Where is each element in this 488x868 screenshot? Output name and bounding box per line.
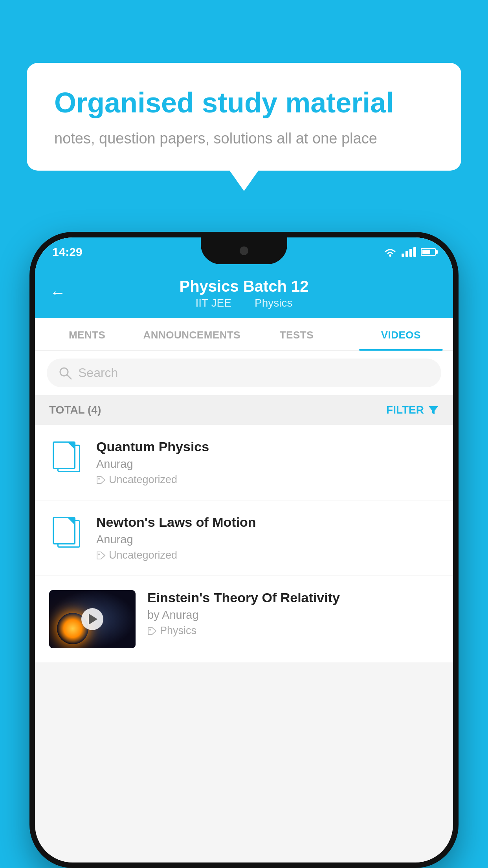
item-tag: Uncategorized (96, 549, 439, 561)
search-placeholder: Search (78, 366, 118, 380)
item-content: Newton's Laws of Motion Anurag Uncategor… (96, 515, 439, 561)
phone-screen: 14:29 (35, 237, 453, 862)
tag-icon (96, 476, 106, 484)
item-content: Einstein's Theory Of Relativity by Anura… (147, 590, 439, 637)
header-subtitle: IIT JEE Physics (190, 297, 298, 309)
phone-frame: 14:29 (29, 232, 459, 868)
filter-icon (428, 405, 439, 415)
header-tag1: IIT JEE (196, 297, 231, 309)
video-thumbnail (49, 590, 136, 648)
tab-announcements[interactable]: ANNOUNCEMENTS (139, 318, 244, 350)
status-time: 14:29 (52, 245, 83, 259)
tag-label: Uncategorized (109, 549, 177, 561)
file-icon-wrap (49, 441, 84, 473)
battery-icon (421, 248, 436, 256)
status-bar: 14:29 (35, 237, 453, 267)
play-triangle-icon (89, 614, 97, 625)
tag-icon (96, 551, 106, 560)
camera (240, 246, 248, 255)
svg-line-2 (67, 375, 71, 379)
svg-point-4 (98, 554, 100, 555)
item-author: Anurag (96, 533, 439, 546)
item-content: Quantum Physics Anurag Uncategorized (96, 439, 439, 486)
list-item[interactable]: Einstein's Theory Of Relativity by Anura… (35, 576, 453, 662)
search-icon (59, 366, 72, 380)
total-filter-bar: TOTAL (4) FILTER (35, 395, 453, 425)
tab-tests[interactable]: TESTS (244, 318, 349, 350)
list-item[interactable]: Quantum Physics Anurag Uncategorized (35, 425, 453, 500)
tab-videos[interactable]: VIDEOS (349, 318, 453, 350)
item-author: by Anurag (147, 609, 439, 622)
svg-point-3 (98, 478, 100, 480)
item-title: Einstein's Theory Of Relativity (147, 590, 439, 605)
file-icon-wrap (49, 517, 84, 548)
filter-button[interactable]: FILTER (386, 404, 439, 416)
item-tag: Uncategorized (96, 474, 439, 486)
tab-ments[interactable]: MENTS (35, 318, 139, 350)
tabs-bar: MENTS ANNOUNCEMENTS TESTS VIDEOS (35, 318, 453, 351)
header-tag2: Physics (255, 297, 292, 309)
tag-label: Uncategorized (109, 474, 177, 486)
play-button[interactable] (81, 608, 103, 630)
bubble-subtitle: notes, question papers, solutions all at… (54, 130, 434, 147)
item-author: Anurag (96, 458, 439, 471)
search-bar-wrap: Search (35, 351, 453, 395)
video-list: Quantum Physics Anurag Uncategorized (35, 425, 453, 662)
bubble-title: Organised study material (54, 86, 434, 119)
search-bar[interactable]: Search (47, 359, 441, 387)
item-title: Newton's Laws of Motion (96, 515, 439, 530)
back-button[interactable]: ← (50, 283, 66, 301)
file-icon (53, 441, 81, 473)
svg-point-5 (149, 629, 151, 631)
signal-icon (402, 247, 416, 257)
doc-front (53, 441, 75, 469)
file-icon (53, 517, 81, 548)
item-tag: Physics (147, 625, 439, 637)
tag-icon (147, 627, 157, 635)
speech-bubble-card: Organised study material notes, question… (27, 63, 461, 171)
wifi-icon (383, 247, 397, 257)
item-title: Quantum Physics (96, 439, 439, 454)
notch (201, 237, 287, 264)
app-header: ← Physics Batch 12 IIT JEE Physics (35, 267, 453, 318)
tag-label: Physics (160, 625, 196, 637)
filter-label: FILTER (386, 404, 424, 416)
speech-bubble-section: Organised study material notes, question… (27, 63, 461, 171)
doc-front (53, 517, 75, 544)
status-icons (383, 247, 436, 257)
svg-point-0 (389, 254, 391, 257)
total-count: TOTAL (4) (49, 404, 101, 416)
header-title: Physics Batch 12 (179, 278, 308, 295)
list-item[interactable]: Newton's Laws of Motion Anurag Uncategor… (35, 500, 453, 576)
